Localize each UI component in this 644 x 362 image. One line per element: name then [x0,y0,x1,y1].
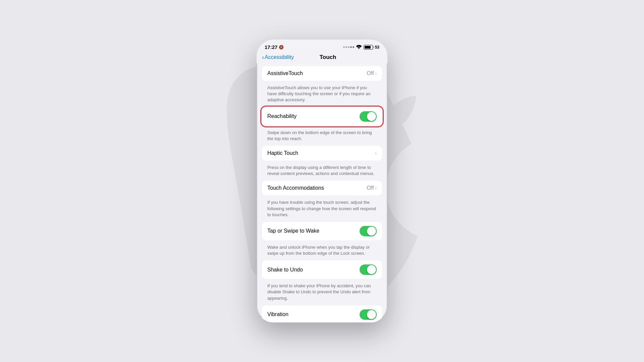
back-button[interactable]: ‹ Accessibility [262,54,294,60]
touchaccommodations-label: Touch Accommodations [267,185,367,191]
bell-slash-icon: 🔕 [279,45,284,50]
back-label: Accessibility [265,54,294,60]
battery-percent: 53 [375,45,379,50]
assistivetouch-value: Off [367,70,374,76]
assistivetouch-description: AssistiveTouch allows you to use your iP… [262,83,382,107]
haptictouch-chevron-icon: › [375,150,377,156]
phone-frame: 17:27 🔕 53 ‹ [257,40,387,322]
signal-icon [343,46,354,48]
touchaccommodations-value: Off [367,185,374,191]
back-chevron-icon: ‹ [262,54,264,60]
status-bar: 17:27 🔕 53 [257,40,387,53]
shaketoundo-description: If you tend to shake your iPhone by acci… [262,282,382,305]
reachability-description: Swipe down on the bottom edge of the scr… [262,128,382,146]
reachability-label: Reachability [267,113,360,119]
shaketoundo-label: Shake to Undo [267,267,360,273]
nav-bar: ‹ Accessibility Touch [257,53,387,63]
status-icons: 53 [343,45,379,50]
reachability-toggle[interactable] [360,111,377,122]
touchaccommodations-section: Touch Accommodations Off › [262,181,382,195]
shaketoundo-toggle-knob [367,265,376,274]
taptowake-toggle[interactable] [360,226,377,236]
battery-icon: 53 [364,45,379,50]
touchaccommodations-chevron-icon: › [375,185,377,191]
taptowake-row[interactable]: Tap or Swipe to Wake [262,222,382,240]
taptowake-description: Wake and unlock iPhone when you tap the … [262,243,382,260]
wifi-icon [356,45,362,50]
content-scroll[interactable]: AssistiveTouch Off › AssistiveTouch allo… [257,63,387,322]
haptictouch-row[interactable]: Haptic Touch › [262,146,382,161]
shaketoundo-row[interactable]: Shake to Undo [262,260,382,279]
vibration-row[interactable]: Vibration [262,305,382,322]
vibration-label: Vibration [267,311,360,317]
time-display: 17:27 [265,44,277,50]
touchaccommodations-description: If you have trouble using the touch scre… [262,198,382,222]
status-time: 17:27 🔕 [265,44,284,50]
assistivetouch-section: AssistiveTouch Off › [262,66,382,81]
haptictouch-description: Press on the display using a different l… [262,163,382,181]
haptictouch-section: Haptic Touch › [262,146,382,161]
assistivetouch-row[interactable]: AssistiveTouch Off › [262,66,382,81]
vibration-section: Vibration [262,305,382,322]
page-title: Touch [294,54,362,61]
assistivetouch-label: AssistiveTouch [267,70,367,76]
taptowake-toggle-knob [367,227,376,236]
toggle-knob [367,112,376,121]
reachability-section: Reachability [262,107,382,126]
haptictouch-label: Haptic Touch [267,150,375,156]
reachability-row[interactable]: Reachability [262,107,382,126]
taptowake-section: Tap or Swipe to Wake [262,222,382,240]
vibration-toggle-knob [367,310,376,319]
taptowake-label: Tap or Swipe to Wake [267,228,360,234]
touchaccommodations-row[interactable]: Touch Accommodations Off › [262,181,382,195]
vibration-toggle[interactable] [360,309,377,320]
assistivetouch-chevron-icon: › [375,71,377,76]
shaketoundo-section: Shake to Undo [262,260,382,279]
shaketoundo-toggle[interactable] [360,264,377,275]
